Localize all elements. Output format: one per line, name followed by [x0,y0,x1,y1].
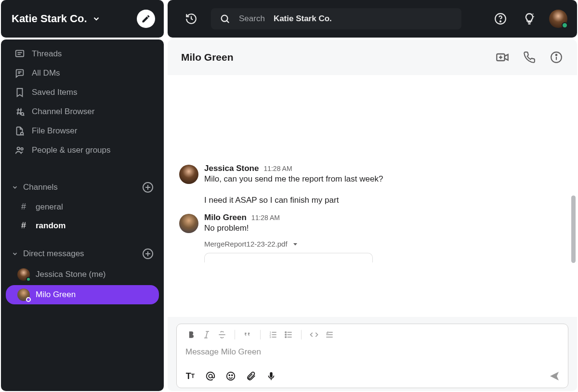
sidebar: Threads All DMs Saved Items Channel Brow… [1,39,164,391]
compose-button[interactable] [137,10,155,28]
section-label: Direct messages [23,249,84,259]
sidebar-item-people[interactable]: People & user groups [1,141,164,160]
italic-button[interactable] [200,328,213,341]
mention-button[interactable] [204,369,217,383]
message-list[interactable]: Jessica Stone 11:28 AM Milo, can you sen… [168,75,577,317]
sidebar-item-all-dms[interactable]: All DMs [1,64,164,83]
code-button[interactable] [307,328,321,341]
composer: 123 Message Milo Green TT [176,324,568,388]
code-block-icon [325,330,334,340]
video-plus-icon [496,51,509,64]
add-channel-button[interactable] [142,181,154,194]
whats-new-button[interactable] [520,10,539,28]
attach-button[interactable] [244,369,258,383]
sidebar-item-saved[interactable]: Saved Items [1,83,164,102]
composer-area: 123 Message Milo Green TT [168,317,577,391]
workspace-header: Katie Stark Co. [1,0,164,38]
at-icon [205,371,216,381]
sidebar-item-label: File Browser [32,126,77,136]
code-icon [309,330,319,340]
workspace-switcher[interactable]: Katie Stark Co. [12,13,101,25]
composer-input[interactable]: Message Milo Green [177,344,568,367]
message-author[interactable]: Jessica Stone [204,164,259,173]
svg-rect-56 [270,372,273,378]
dms-section-header[interactable]: Direct messages [1,241,164,264]
message-author[interactable]: Milo Green [204,213,247,222]
ordered-list-button[interactable]: 123 [266,328,280,341]
sidebar-item-file-browser[interactable]: File Browser [1,121,164,141]
channel-general[interactable]: # general [1,197,164,216]
quote-button[interactable] [241,328,254,341]
bold-icon [186,330,196,340]
channel-random[interactable]: # random [1,216,164,235]
sidebar-item-channel-browser[interactable]: Channel Browser [1,102,164,121]
add-dm-button[interactable] [142,248,154,260]
conversation-header: Milo Green [168,39,577,75]
svg-point-0 [222,15,228,22]
svg-line-11 [17,108,18,115]
avatar[interactable] [179,214,198,233]
audio-button[interactable] [264,369,278,383]
chevron-down-icon [12,184,18,191]
dm-jessica-stone[interactable]: Jessica Stone (me) [6,265,159,284]
plus-circle-icon [142,182,154,193]
phone-icon [523,51,536,64]
history-icon [185,13,197,25]
message: Milo Green 11:28 AM No problem! [168,211,577,236]
italic-icon [202,330,211,340]
hash-icon: # [18,221,29,231]
message: Jessica Stone 11:28 AM Milo, can you sen… [168,162,577,187]
dm-milo-green[interactable]: Milo Green [6,285,159,304]
sidebar-item-label: People & user groups [32,145,111,155]
attachment-preview[interactable] [204,253,373,262]
add-video-button[interactable] [495,50,510,65]
svg-point-52 [209,374,212,378]
send-button[interactable] [548,369,561,383]
strike-button[interactable] [215,328,229,341]
section-label: Channels [23,183,58,192]
help-button[interactable] [491,10,510,28]
attachment-row[interactable]: MergeReport12-23-22.pdf [168,236,577,250]
code-block-button[interactable] [323,328,336,341]
chevron-down-icon [291,240,299,248]
history-button[interactable] [182,10,200,28]
workspace-name: Katie Stark Co. [12,13,87,25]
quote-icon [243,330,252,340]
avatar [17,288,30,301]
file-browser-icon [14,126,25,136]
bullet-list-button[interactable] [282,328,295,341]
svg-line-14 [23,115,24,116]
sidebar-item-label: Saved Items [32,88,78,97]
svg-line-16 [23,134,24,135]
svg-point-53 [227,372,235,380]
svg-point-46 [285,332,287,333]
channel-label: general [36,202,63,212]
svg-line-1 [227,21,229,23]
sidebar-item-label: Channel Browser [32,107,94,117]
avatar[interactable] [179,165,198,184]
emoji-button[interactable] [224,369,237,383]
svg-point-18 [21,148,23,150]
chevron-down-icon [92,14,101,23]
lightbulb-icon [523,12,536,26]
svg-point-54 [229,375,230,376]
format-toggle-button[interactable]: TT [184,369,197,383]
scrollbar[interactable] [571,196,576,263]
conversation-title[interactable]: Milo Green [181,52,234,63]
svg-text:3: 3 [270,336,271,339]
call-button[interactable] [522,50,537,65]
channels-section-header[interactable]: Channels [1,174,164,197]
message-text: I need it ASAP so I can finish my part [168,187,577,211]
channel-label: random [36,221,66,231]
hash-icon: # [18,202,29,212]
details-button[interactable] [549,50,564,65]
search-box[interactable]: Search Katie Stark Co. [211,8,461,29]
bold-button[interactable] [184,328,198,341]
sidebar-item-label: All DMs [32,68,60,78]
sidebar-item-threads[interactable]: Threads [1,44,164,64]
message-text: Milo, can you send me the report from la… [204,173,565,185]
user-avatar[interactable] [549,10,567,28]
ol-icon: 123 [268,330,278,340]
channel-browser-icon [14,106,25,117]
search-scope: Katie Stark Co. [274,14,332,24]
